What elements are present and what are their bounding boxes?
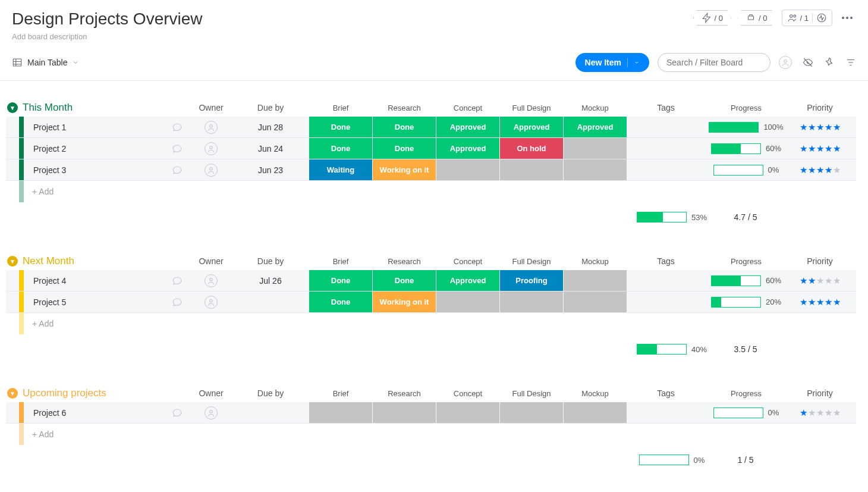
col-owner[interactable]: Owner — [190, 103, 232, 112]
due-date[interactable]: Jun 28 — [232, 117, 309, 137]
star-icon[interactable]: ★ — [800, 143, 807, 154]
table-row[interactable]: Project 1Jun 28DoneDoneApprovedApprovedA… — [6, 117, 856, 138]
priority-cell[interactable]: ★★★★★ — [788, 270, 852, 291]
col-tags[interactable]: Tags — [627, 388, 705, 398]
star-icon[interactable]: ★ — [825, 297, 832, 308]
status-cell[interactable]: Approved — [436, 117, 499, 137]
item-name[interactable]: Project 2 — [24, 138, 163, 159]
star-icon[interactable]: ★ — [833, 275, 841, 286]
add-item-row[interactable]: + Add — [6, 181, 856, 202]
star-icon[interactable]: ★ — [833, 143, 841, 154]
star-icon[interactable]: ★ — [808, 165, 816, 176]
tags-cell[interactable] — [627, 138, 705, 159]
due-date[interactable]: Jul 26 — [232, 270, 309, 291]
priority-cell[interactable]: ★★★★★ — [788, 292, 852, 312]
owner-avatar[interactable] — [205, 296, 218, 309]
status-cell[interactable] — [436, 159, 499, 180]
owner-avatar[interactable] — [205, 142, 218, 155]
status-cell[interactable] — [373, 402, 436, 423]
add-item-row[interactable]: + Add — [6, 313, 856, 334]
status-cell[interactable]: On hold — [500, 138, 563, 159]
person-filter-icon[interactable] — [779, 56, 792, 69]
col-brief[interactable]: Brief — [309, 257, 372, 266]
table-row[interactable]: Project 5DoneWorking on it20%★★★★★ — [6, 292, 856, 313]
star-icon[interactable]: ★ — [833, 122, 841, 133]
group-collapse-icon[interactable]: ▼ — [7, 256, 18, 267]
col-owner[interactable]: Owner — [190, 256, 232, 266]
item-name[interactable]: Project 4 — [24, 270, 163, 291]
col-concept[interactable]: Concept — [436, 257, 499, 266]
tags-cell[interactable] — [627, 292, 705, 312]
new-item-dropdown[interactable] — [627, 58, 640, 67]
chat-icon[interactable] — [172, 122, 183, 133]
status-cell[interactable]: Approved — [436, 138, 499, 159]
owner-avatar[interactable] — [205, 274, 218, 287]
col-dueby[interactable]: Due by — [232, 256, 309, 266]
col-research[interactable]: Research — [373, 389, 436, 398]
tags-cell[interactable] — [627, 270, 705, 291]
tags-cell[interactable] — [627, 159, 705, 180]
progress-cell[interactable]: 60% — [705, 270, 788, 291]
col-dueby[interactable]: Due by — [232, 103, 309, 112]
priority-cell[interactable]: ★★★★★ — [788, 159, 852, 180]
col-full design[interactable]: Full Design — [500, 257, 563, 266]
star-icon[interactable]: ★ — [808, 143, 816, 154]
col-priority[interactable]: Priority — [788, 103, 852, 112]
star-icon[interactable]: ★ — [800, 297, 807, 308]
priority-cell[interactable]: ★★★★★ — [788, 402, 852, 423]
progress-cell[interactable]: 0% — [705, 402, 788, 423]
status-cell[interactable]: Done — [373, 138, 436, 159]
item-name[interactable]: Project 5 — [24, 292, 163, 312]
col-mockup[interactable]: Mockup — [564, 389, 627, 398]
chat-icon[interactable] — [172, 143, 183, 154]
col-research[interactable]: Research — [373, 257, 436, 266]
tags-cell[interactable] — [627, 402, 705, 423]
item-name[interactable]: Project 3 — [24, 159, 163, 180]
col-owner[interactable]: Owner — [190, 388, 232, 398]
star-icon[interactable]: ★ — [800, 408, 807, 418]
search-input[interactable] — [658, 53, 770, 72]
col-concept[interactable]: Concept — [436, 389, 499, 398]
status-cell[interactable] — [564, 402, 627, 423]
status-cell[interactable]: Working on it — [373, 159, 436, 180]
tags-cell[interactable] — [627, 117, 705, 137]
status-cell[interactable]: Waiting — [309, 159, 372, 180]
col-brief[interactable]: Brief — [309, 389, 372, 398]
filter-icon[interactable] — [845, 57, 856, 68]
star-icon[interactable]: ★ — [808, 297, 816, 308]
status-cell[interactable]: Approved — [436, 270, 499, 291]
star-icon[interactable]: ★ — [825, 143, 832, 154]
col-brief[interactable]: Brief — [309, 104, 372, 112]
progress-cell[interactable]: 60% — [705, 138, 788, 159]
star-icon[interactable]: ★ — [833, 297, 841, 308]
star-icon[interactable]: ★ — [825, 122, 832, 133]
col-concept[interactable]: Concept — [436, 104, 499, 112]
col-mockup[interactable]: Mockup — [564, 257, 627, 266]
chat-icon[interactable] — [172, 297, 183, 308]
col-research[interactable]: Research — [373, 104, 436, 112]
star-icon[interactable]: ★ — [833, 165, 841, 176]
status-cell[interactable]: Done — [309, 117, 372, 137]
owner-avatar[interactable] — [205, 406, 218, 419]
star-icon[interactable]: ★ — [808, 408, 816, 418]
more-menu-icon[interactable] — [838, 13, 856, 23]
status-cell[interactable] — [436, 402, 499, 423]
status-cell[interactable]: Working on it — [373, 292, 436, 312]
star-icon[interactable]: ★ — [816, 297, 824, 308]
automations-chip[interactable]: / 0 — [693, 10, 731, 26]
table-row[interactable]: Project 60%★★★★★ — [6, 402, 856, 424]
due-date[interactable] — [232, 402, 309, 423]
col-tags[interactable]: Tags — [627, 256, 705, 266]
star-icon[interactable]: ★ — [833, 408, 841, 418]
star-icon[interactable]: ★ — [800, 275, 807, 286]
status-cell[interactable] — [564, 292, 627, 312]
star-icon[interactable]: ★ — [800, 122, 807, 133]
col-progress[interactable]: Progress — [705, 104, 788, 112]
status-cell[interactable]: Done — [373, 270, 436, 291]
table-row[interactable]: Project 4Jul 26DoneDoneApprovedProofing6… — [6, 270, 856, 292]
status-cell[interactable] — [564, 159, 627, 180]
owner-avatar[interactable] — [205, 121, 218, 134]
col-progress[interactable]: Progress — [705, 389, 788, 398]
status-cell[interactable]: Approved — [564, 117, 627, 137]
chat-icon[interactable] — [172, 275, 183, 286]
